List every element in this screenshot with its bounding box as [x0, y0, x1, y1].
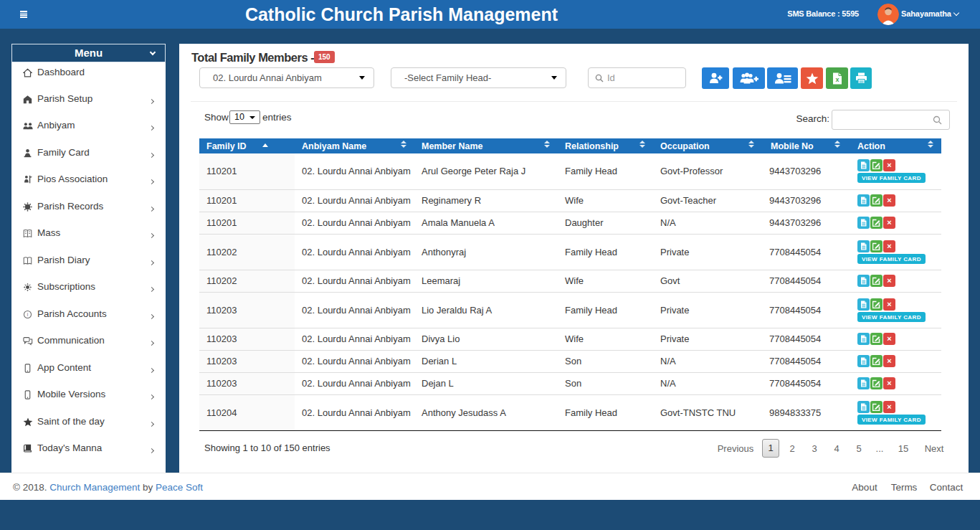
svg-text:x: x	[835, 76, 839, 83]
svg-text:i: i	[27, 312, 28, 317]
